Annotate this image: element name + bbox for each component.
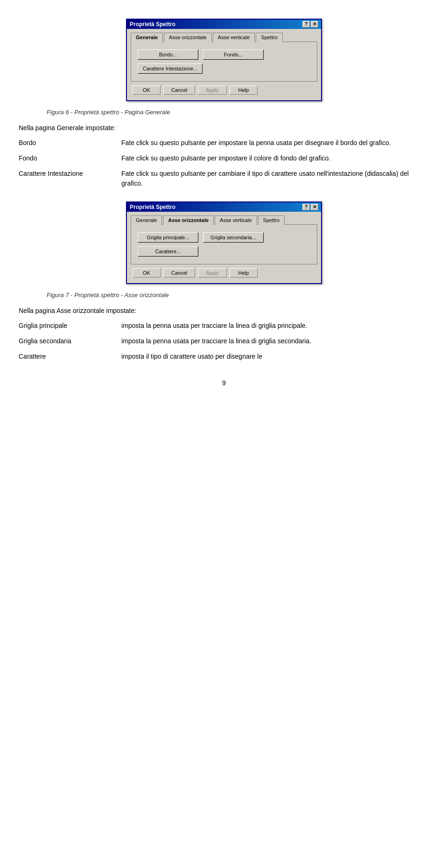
section1-table: Bordo Fate click su questo pulsante per … [19, 136, 429, 192]
section2-desc-0: imposta la penna usata per tracciare la … [121, 319, 429, 334]
dialog1-tab-asse-orizzontale[interactable]: Asse orizzontale [164, 33, 212, 42]
page-number: 9 [19, 379, 429, 387]
section1-label-1: Fondo [19, 152, 121, 167]
dialog1-ok-button[interactable]: OK [133, 85, 161, 95]
figure1-caption: Figura 6 - Proprietà spettro - Pagina Ge… [47, 109, 429, 116]
dialog2-titlebar-buttons: ? ✕ [302, 204, 318, 210]
dialog2-tab-asse-orizzontale[interactable]: Asse orizzontale [163, 215, 214, 225]
dialog1-footer: OK Cancel Apply Help [131, 82, 317, 97]
section1-desc-2: Fate click su questo pulsante per cambia… [121, 167, 429, 192]
dialog1-apply-button[interactable]: Apply [198, 85, 227, 95]
dialog2-tab-spettro[interactable]: Spettro [258, 215, 285, 225]
section1-block: Nella pagina Generale impostate: Bordo F… [19, 124, 429, 192]
dialog2-top-row: Griglia principale... Griglia secondaria… [138, 232, 310, 243]
dialog2-close-button[interactable]: ✕ [311, 204, 318, 210]
table-row: Griglia principale imposta la penna usat… [19, 319, 429, 334]
table-row: Bordo Fate click su questo pulsante per … [19, 136, 429, 152]
section1-label-2: Carattere Intestazione [19, 167, 121, 192]
dialog1-top-row: Bordo... Fondo... [138, 49, 310, 60]
figure2-caption: Figura 7 - Proprietà spettro - Asse oriz… [47, 292, 429, 299]
dialog2-content: Generale Asse orizzontale Asse verticale… [127, 212, 321, 283]
dialog2-tab-generale[interactable]: Generale [131, 215, 162, 225]
section1-desc-1: Fate click su questo pulsante per impost… [121, 152, 429, 167]
section2-label-2: Carattere [19, 350, 121, 365]
carattere-intestazione-button[interactable]: Carattere Intestazione... [138, 63, 203, 74]
dialog1-tab-bar: Generale Asse orizzontale Asse verticale… [131, 33, 317, 42]
section2-label-0: Griglia principale [19, 319, 121, 334]
griglia-principale-button[interactable]: Griglia principale... [138, 232, 198, 243]
dialog1-cancel-button[interactable]: Cancel [163, 85, 195, 95]
dialog1-help-button[interactable]: ? [302, 21, 310, 28]
table-row: Carattere Intestazione Fate click su que… [19, 167, 429, 192]
dialog1-panel-buttons: Bordo... Fondo... Carattere Intestazione… [136, 47, 312, 76]
section2-title: Nella pagina Asse orizzontale impostate: [19, 307, 429, 314]
dialog2-help-btn[interactable]: Help [230, 268, 258, 278]
dialog1: Proprietà Spettro ? ✕ Generale Asse oriz… [126, 19, 322, 101]
dialog2-cancel-button[interactable]: Cancel [163, 268, 195, 278]
griglia-secondaria-button[interactable]: Griglia secondaria... [203, 232, 264, 243]
dialog2-footer: OK Cancel Apply Help [131, 264, 317, 279]
section2-label-1: Griglia secondaria [19, 334, 121, 350]
dialog2-panel-buttons: Griglia principale... Griglia secondaria… [136, 229, 312, 259]
section1-title: Nella pagina Generale impostate: [19, 124, 429, 132]
dialog1-titlebar: Proprietà Spettro ? ✕ [127, 20, 321, 29]
dialog1-close-button[interactable]: ✕ [311, 21, 318, 28]
dialog2-wrapper: Proprietà Spettro ? ✕ Generale Asse oriz… [19, 201, 429, 289]
dialog2-titlebar: Proprietà Spettro ? ✕ [127, 202, 321, 212]
dialog1-help-btn[interactable]: Help [230, 85, 258, 95]
dialog1-wrapper: Proprietà Spettro ? ✕ Generale Asse oriz… [19, 19, 429, 106]
dialog2-tab-asse-verticale[interactable]: Asse verticale [215, 215, 257, 225]
section2-desc-2: imposta il tipo di carattere usato per d… [121, 350, 429, 365]
dialog2-help-button[interactable]: ? [302, 204, 310, 210]
section1-label-0: Bordo [19, 136, 121, 152]
table-row: Griglia secondaria imposta la penna usat… [19, 334, 429, 350]
bordo-button[interactable]: Bordo... [138, 49, 198, 60]
dialog1-title: Proprietà Spettro [130, 21, 175, 28]
table-row: Carattere imposta il tipo di carattere u… [19, 350, 429, 365]
dialog1-content: Generale Asse orizzontale Asse verticale… [127, 29, 321, 100]
section2-table: Griglia principale imposta la penna usat… [19, 319, 429, 365]
dialog2-apply-button[interactable]: Apply [198, 268, 227, 278]
fondo-button[interactable]: Fondo... [203, 49, 264, 60]
dialog2: Proprietà Spettro ? ✕ Generale Asse oriz… [126, 201, 322, 284]
dialog2-mid-row: Carattere... [138, 246, 310, 257]
dialog1-panel: Bordo... Fondo... Carattere Intestazione… [131, 42, 317, 82]
dialog2-panel: Griglia principale... Griglia secondaria… [131, 224, 317, 264]
dialog1-tab-asse-verticale[interactable]: Asse verticale [213, 33, 255, 42]
dialog1-tab-generale[interactable]: Generale [131, 33, 163, 42]
dialog2-title: Proprietà Spettro [130, 204, 175, 210]
dialog2-ok-button[interactable]: OK [133, 268, 161, 278]
section1-desc-0: Fate click su questo pulsante per impost… [121, 136, 429, 152]
dialog1-titlebar-buttons: ? ✕ [302, 21, 318, 28]
carattere-button[interactable]: Carattere... [138, 246, 198, 257]
dialog1-mid-row: Carattere Intestazione... [138, 63, 310, 74]
section2-desc-1: imposta la penna usata per tracciare la … [121, 334, 429, 350]
table-row: Fondo Fate click su questo pulsante per … [19, 152, 429, 167]
dialog2-tab-bar: Generale Asse orizzontale Asse verticale… [131, 215, 317, 225]
section2-block: Nella pagina Asse orizzontale impostate:… [19, 307, 429, 365]
dialog1-tab-spettro[interactable]: Spettro [256, 33, 282, 42]
